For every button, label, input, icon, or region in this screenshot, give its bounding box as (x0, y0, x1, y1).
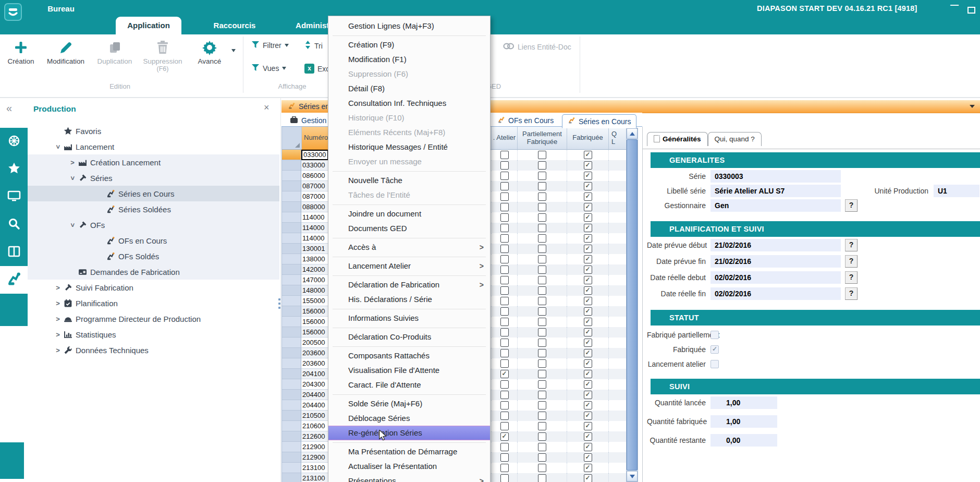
menu-item-acc-s[interactable]: Accès à> (328, 240, 490, 255)
cell-numero[interactable]: 148000 (301, 285, 328, 296)
cell-fabriquee-checkbox[interactable]: ✓ (584, 203, 592, 211)
cell-fabriquee-checkbox[interactable]: ✓ (584, 266, 592, 274)
cell-numero[interactable]: 210600 (301, 421, 328, 431)
cell-numero[interactable]: 087000 (301, 191, 328, 202)
cell-fabriquee-checkbox[interactable]: ✓ (584, 453, 592, 462)
column-header-atelier[interactable]: . Atelier (491, 127, 517, 150)
cell-partiellement-checkbox[interactable] (538, 224, 546, 232)
s-rie-field[interactable]: 0330003 (710, 170, 841, 183)
row-selector[interactable] (282, 181, 301, 191)
cell-atelier-checkbox[interactable] (500, 307, 509, 316)
tab-ofs-en-cours[interactable]: OFs en Cours (492, 114, 559, 127)
cell-partiellement-checkbox[interactable] (538, 464, 546, 472)
tree-item-favoris[interactable]: Favoris (28, 123, 279, 139)
cell-partiellement-checkbox[interactable] (538, 318, 546, 326)
cell-fabriquee-checkbox[interactable]: ✓ (584, 192, 592, 201)
cell-fabriquee-checkbox[interactable]: ✓ (584, 234, 592, 243)
cell-partiellement-checkbox[interactable] (538, 266, 546, 274)
tree-item-s-ries[interactable]: >Séries (28, 170, 279, 186)
vertical-scrollbar[interactable] (626, 128, 638, 482)
filtrer-button[interactable]: Filtrer (251, 41, 289, 50)
cell-partiellement-checkbox[interactable] (538, 255, 546, 263)
cell-numero[interactable]: 204400 (301, 400, 328, 411)
cell-numero[interactable]: 147000 (301, 275, 328, 285)
cell-numero[interactable]: 210500 (301, 411, 328, 421)
cell-atelier-checkbox[interactable] (500, 474, 509, 482)
cell-atelier-checkbox[interactable] (500, 203, 509, 211)
row-selector[interactable] (282, 452, 301, 463)
cell-numero[interactable]: 138000 (301, 254, 328, 264)
cell-partiellement-checkbox[interactable] (538, 297, 546, 305)
cell-partiellement-checkbox[interactable] (538, 474, 546, 482)
cell-numero[interactable]: 087000 (301, 181, 328, 191)
cell-numero[interactable]: 212900 (301, 452, 328, 463)
cell-atelier-checkbox[interactable] (500, 464, 509, 472)
row-selector[interactable] (282, 275, 301, 285)
cell-fabriquee-checkbox[interactable]: ✓ (584, 380, 592, 389)
cell-numero[interactable]: 212900 (301, 442, 328, 452)
chevron-right-icon[interactable]: > (54, 346, 62, 354)
cell-atelier-checkbox[interactable] (500, 276, 509, 284)
menu-item-caract-file-d-attente[interactable]: Caract. File d'Attente (328, 378, 490, 392)
gestionnaire-field[interactable]: Gen (710, 199, 841, 212)
menu-item-joindre-un-document[interactable]: Joindre un document (328, 207, 490, 221)
menu-item-solde-s-rie-maj-f6[interactable]: Solde Série (Maj+F6) (328, 396, 490, 411)
cell-partiellement-checkbox[interactable] (538, 328, 546, 336)
menu-item-el-ments-r-cents-maj-f8[interactable]: Eléments Récents (Maj+F8) (328, 125, 490, 140)
tree-item-demandes-de-fabrication[interactable]: Demandes de Fabrication (28, 264, 279, 280)
row-selector[interactable] (282, 264, 301, 275)
row-selector[interactable] (282, 411, 301, 421)
tree-item-ofs-sold-s[interactable]: OFs Soldés (28, 248, 279, 264)
cell-atelier-checkbox[interactable] (500, 245, 509, 253)
modification-button[interactable]: Modification (41, 38, 91, 65)
ribbon-tab-bureau[interactable]: Bureau (30, 0, 92, 18)
minimize-button[interactable]: — (948, 1, 961, 10)
tab-gestion[interactable]: Gestion (285, 114, 332, 127)
row-selector[interactable] (282, 338, 301, 348)
menu-item-t-ches-de-l-entit[interactable]: Tâches de l'Entité (328, 188, 490, 202)
cell-fabriquee-checkbox[interactable]: ✓ (584, 161, 592, 170)
tree-item-cr-ation-lancement[interactable]: >Création Lancement (28, 154, 279, 170)
date-pr-vue-fin-field[interactable]: 21/02/2016 (710, 255, 841, 268)
cell-atelier-checkbox[interactable] (500, 234, 509, 243)
row-selector[interactable] (282, 254, 301, 264)
row-selector[interactable] (282, 244, 301, 254)
cell-atelier-checkbox[interactable] (500, 339, 509, 347)
panel-close-button[interactable]: × (264, 102, 270, 113)
cell-partiellement-checkbox[interactable] (538, 182, 546, 190)
cell-fabriquee-checkbox[interactable]: ✓ (584, 151, 592, 159)
row-selector[interactable] (282, 463, 301, 473)
cell-fabriquee-checkbox[interactable]: ✓ (584, 359, 592, 368)
cell-numero[interactable]: 142000 (301, 264, 328, 275)
cell-numero[interactable]: 033000 (301, 160, 328, 171)
menu-item-modification-f1[interactable]: Modification (F1) (328, 52, 490, 67)
menu-item-his-d-clarations-s-rie[interactable]: His. Déclarations / Série (328, 292, 490, 307)
tree-item-planification[interactable]: >Planification (28, 295, 279, 311)
avance-button[interactable]: Avancé (189, 38, 230, 65)
cell-partiellement-checkbox[interactable] (538, 151, 546, 159)
cell-atelier-checkbox[interactable] (500, 349, 509, 357)
cell-atelier-checkbox[interactable] (500, 192, 509, 201)
cell-fabriquee-checkbox[interactable]: ✓ (584, 422, 592, 430)
row-selector[interactable] (282, 442, 301, 452)
libell-s-rie-field[interactable]: Série Atelier ALU S7 (710, 185, 841, 197)
cell-partiellement-checkbox[interactable] (538, 339, 546, 347)
cell-partiellement-checkbox[interactable] (538, 245, 546, 253)
cell-numero[interactable]: 203600 (301, 358, 328, 369)
quantit-restante-field[interactable]: 0,00 (710, 434, 777, 447)
menu-item-documents-ged[interactable]: Documents GED (328, 221, 490, 236)
cell-atelier-checkbox[interactable] (500, 380, 509, 389)
row-selector[interactable] (282, 285, 301, 296)
row-selector[interactable] (282, 296, 301, 306)
row-selector[interactable] (282, 306, 301, 317)
menu-item-d-tail-f8[interactable]: Détail (F8) (328, 81, 490, 96)
cell-atelier-checkbox[interactable] (500, 328, 509, 336)
panel-splitter[interactable] (278, 296, 281, 311)
module-button-robot-arm-icon[interactable] (0, 266, 28, 294)
cell-atelier-checkbox[interactable] (500, 182, 509, 190)
cell-partiellement-checkbox[interactable] (538, 203, 546, 211)
column-header-fabriquee[interactable]: Fabriquée (567, 127, 608, 150)
cell-numero[interactable]: 156000 (301, 306, 328, 317)
menu-item-historique-f10[interactable]: Historique (F10) (328, 111, 490, 125)
cell-partiellement-checkbox[interactable] (538, 349, 546, 357)
